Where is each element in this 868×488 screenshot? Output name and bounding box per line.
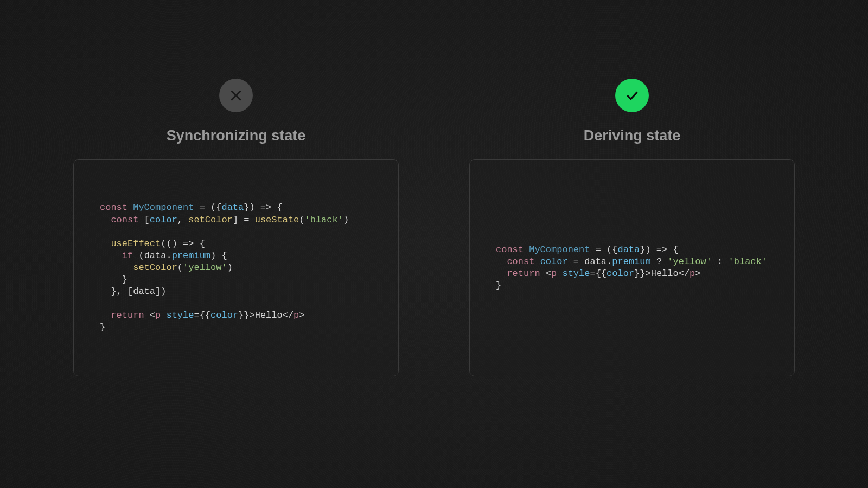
panel-title-left: Synchronizing state [167, 127, 306, 144]
panel-title-right: Deriving state [584, 127, 681, 144]
panel-synchronizing: Synchronizing state const MyComponent = … [73, 79, 399, 376]
code-left: const MyComponent = ({data}) => { const … [100, 202, 349, 333]
code-box-left: const MyComponent = ({data}) => { const … [73, 159, 399, 376]
panel-deriving: Deriving state const MyComponent = ({dat… [469, 79, 795, 376]
code-right: const MyComponent = ({data}) => { const … [496, 244, 767, 292]
comparison-container: Synchronizing state const MyComponent = … [0, 0, 868, 376]
code-box-right: const MyComponent = ({data}) => { const … [469, 159, 795, 376]
check-icon [615, 79, 649, 112]
cross-icon [219, 79, 253, 112]
